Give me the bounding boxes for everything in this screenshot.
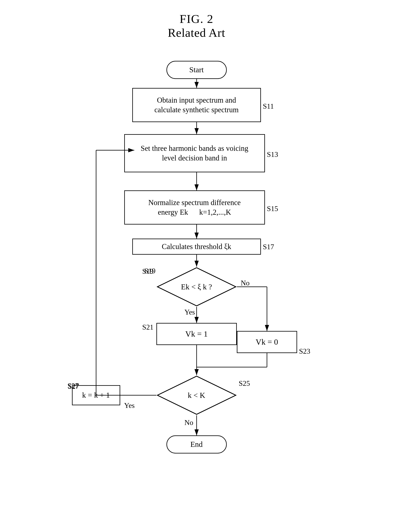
diamond1-label: Ek < ξ k ? bbox=[181, 282, 212, 291]
s17-label: S17 bbox=[263, 243, 274, 251]
page: FIG. 2 Related Art bbox=[0, 0, 393, 532]
s15-box: Normalize spectrum differenceenergy Ek k… bbox=[124, 190, 265, 225]
start-node: Start bbox=[167, 61, 227, 79]
vk1-box: Vk = 1 bbox=[156, 323, 237, 345]
end-label: End bbox=[190, 439, 203, 449]
s23-label: S23 bbox=[299, 347, 310, 355]
kk1-text: k = k + 1 bbox=[82, 390, 110, 400]
yes-label2: Yes bbox=[124, 401, 135, 410]
s11-label: S11 bbox=[263, 102, 274, 110]
diamond1: Ek < ξ k ? bbox=[156, 267, 237, 307]
end-node: End bbox=[167, 435, 227, 454]
diamond2: k < K bbox=[156, 375, 237, 415]
s11-text: Obtain input spectrum andcalculate synth… bbox=[154, 95, 239, 115]
s17-text: Calculates threshold ξk bbox=[162, 242, 231, 251]
vk0-box: Vk = 0 bbox=[237, 331, 297, 353]
s25-label: S25 bbox=[239, 379, 250, 388]
s27-text: S27 bbox=[68, 382, 79, 390]
s17-box: Calculates threshold ξk bbox=[132, 239, 261, 255]
no-label1: No bbox=[241, 279, 250, 287]
s13-label: S13 bbox=[267, 150, 278, 159]
s13-text: Set three harmonic bands as voicinglevel… bbox=[141, 144, 248, 163]
start-label: Start bbox=[189, 65, 204, 75]
s13-box: Set three harmonic bands as voicinglevel… bbox=[124, 134, 265, 172]
s19-text: S19 bbox=[142, 267, 154, 276]
s11-box: Obtain input spectrum andcalculate synth… bbox=[132, 88, 261, 122]
s15-text: Normalize spectrum differenceenergy Ek k… bbox=[148, 198, 241, 217]
diamond2-label: k < K bbox=[188, 391, 205, 400]
figure-subtitle: Related Art bbox=[168, 26, 225, 40]
vk1-text: Vk = 1 bbox=[185, 329, 208, 339]
s15-label: S15 bbox=[267, 204, 278, 213]
diamond2-text: k < K bbox=[156, 375, 237, 415]
diamond1-text: Ek < ξ k ? bbox=[156, 267, 237, 307]
figure-title: FIG. 2 bbox=[168, 12, 225, 26]
s21-label: S21 bbox=[142, 323, 154, 331]
flowchart: Start Obtain input spectrum andcalculate… bbox=[56, 50, 337, 532]
yes-label1: Yes bbox=[185, 308, 195, 316]
no-label2: No bbox=[185, 418, 193, 427]
title-block: FIG. 2 Related Art bbox=[168, 12, 225, 40]
vk0-text: Vk = 0 bbox=[256, 337, 278, 347]
